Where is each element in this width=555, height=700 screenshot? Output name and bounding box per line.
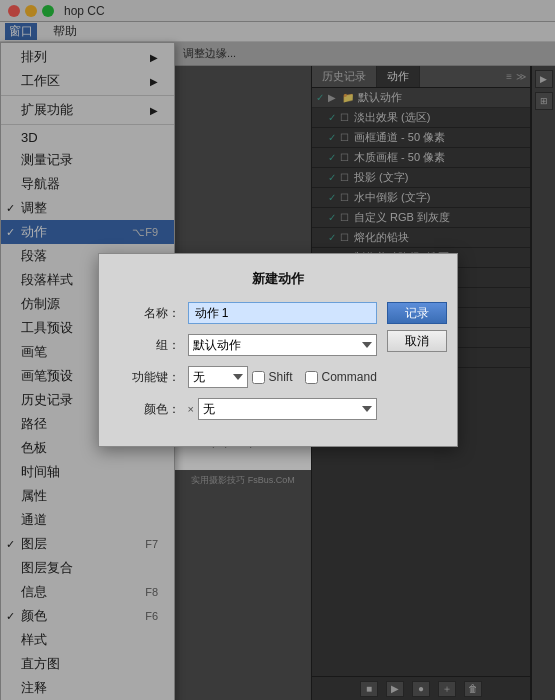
funckey-row: 功能键： 无 Shift Command bbox=[115, 366, 377, 388]
record-button[interactable]: 记录 bbox=[387, 302, 447, 324]
dialog-title: 新建动作 bbox=[115, 270, 441, 288]
dialog-buttons: 记录 取消 bbox=[387, 302, 447, 352]
command-checkbox-label: Command bbox=[305, 370, 377, 384]
name-label: 名称： bbox=[115, 305, 180, 322]
funckey-select[interactable]: 无 bbox=[188, 366, 248, 388]
command-checkbox[interactable] bbox=[305, 371, 318, 384]
checkboxes: Shift Command bbox=[252, 370, 377, 384]
new-action-dialog: 新建动作 名称： 组： 默认动作 功能键： bbox=[98, 253, 458, 447]
color-x: × bbox=[188, 403, 194, 415]
shift-checkbox-label: Shift bbox=[252, 370, 293, 384]
name-row: 名称： bbox=[115, 302, 377, 324]
color-label: 颜色： bbox=[115, 401, 180, 418]
group-row: 组： 默认动作 bbox=[115, 334, 377, 356]
name-input[interactable] bbox=[188, 302, 377, 324]
group-select[interactable]: 默认动作 bbox=[188, 334, 377, 356]
dialog-body: 名称： 组： 默认动作 功能键： 无 bbox=[115, 302, 441, 430]
color-select-wrap: × 无 bbox=[188, 398, 377, 420]
funckey-label: 功能键： bbox=[115, 369, 180, 386]
shift-checkbox[interactable] bbox=[252, 371, 265, 384]
group-label: 组： bbox=[115, 337, 180, 354]
color-row: 颜色： × 无 bbox=[115, 398, 377, 420]
color-select[interactable]: 无 bbox=[198, 398, 377, 420]
shift-label: Shift bbox=[269, 370, 293, 384]
dialog-form: 名称： 组： 默认动作 功能键： 无 bbox=[115, 302, 377, 430]
dialog-overlay: 新建动作 名称： 组： 默认动作 功能键： bbox=[0, 0, 555, 700]
cancel-button[interactable]: 取消 bbox=[387, 330, 447, 352]
command-label: Command bbox=[322, 370, 377, 384]
